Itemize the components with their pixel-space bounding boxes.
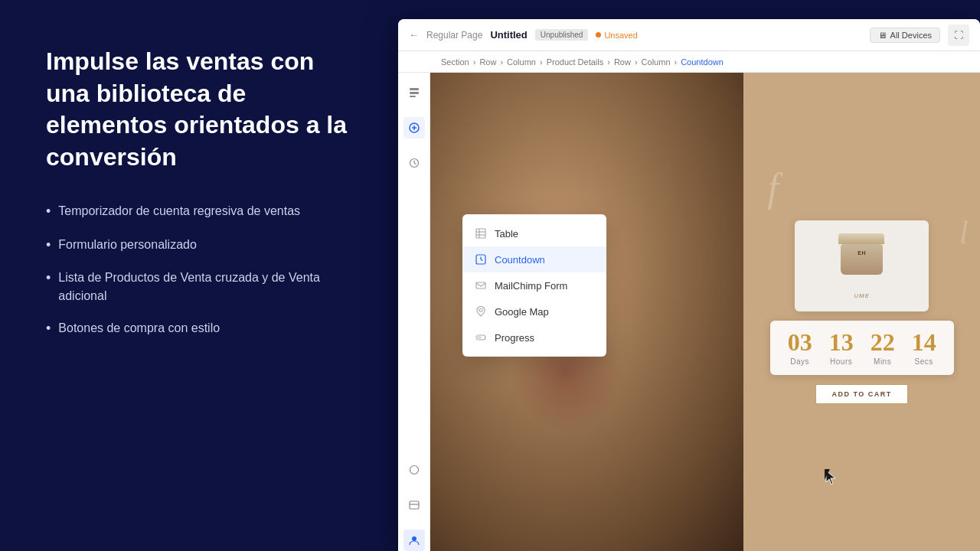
menu-label-table: Table — [495, 228, 518, 240]
menu-item-google-map[interactable]: Google Map — [462, 298, 606, 324]
hours-number: 13 — [829, 330, 854, 354]
regular-page-label: Regular Page — [426, 30, 482, 41]
breadcrumb-bar: Section › Row › Column › Product Details… — [398, 51, 980, 73]
left-sidebar — [398, 73, 430, 551]
menu-item-progress[interactable]: Progress — [462, 324, 606, 350]
mins-number: 22 — [871, 330, 895, 354]
bullet-item-2: Formulario personalizado — [46, 236, 352, 255]
menu-item-mailchimp[interactable]: MailChimp Form — [462, 272, 606, 298]
jar-body: EH — [841, 244, 883, 275]
svg-rect-23 — [476, 335, 482, 340]
bc-column1: Column — [507, 57, 536, 67]
svg-rect-1 — [410, 92, 419, 94]
sidebar-add-icon[interactable] — [403, 117, 425, 139]
bullet-item-3: Lista de Productos de Venta cruzada y de… — [46, 269, 352, 305]
mouse-cursor — [825, 469, 838, 486]
secs-number: 14 — [912, 330, 936, 354]
days-number: 03 — [788, 330, 812, 354]
progress-icon — [475, 331, 487, 344]
countdown-hours: 13 Hours — [824, 330, 859, 366]
menu-item-table[interactable]: Table — [462, 220, 606, 246]
svg-point-21 — [479, 309, 482, 312]
product-image: EH — [831, 233, 893, 286]
fullscreen-icon[interactable]: ⛶ — [948, 24, 969, 46]
jar-label: EH — [858, 250, 866, 256]
left-panel: Impulse las ventas con una biblioteca de… — [0, 0, 390, 551]
mins-label: Mins — [874, 357, 891, 366]
unsaved-badge: Unsaved — [596, 31, 637, 40]
sidebar-timer-icon[interactable] — [403, 152, 425, 174]
sidebar-bottom-icon-2[interactable] — [403, 494, 425, 516]
menu-label-progress: Progress — [495, 332, 534, 344]
table-icon — [475, 227, 487, 240]
countdown-days: 03 Days — [782, 330, 818, 366]
add-to-cart-button[interactable]: ADD TO CART — [815, 384, 907, 404]
countdown-secs: 14 Secs — [906, 330, 942, 366]
monitor-icon: 🖥 — [878, 31, 887, 40]
days-label: Days — [790, 357, 809, 366]
countdown-widget: 03 Days 13 Hours 22 Mins 14 — [770, 321, 954, 375]
bullet-list: Temporizador de cuenta regresiva de vent… — [46, 202, 352, 338]
map-icon — [475, 305, 487, 318]
bc-row1: Row — [479, 57, 496, 67]
unsaved-dot — [596, 32, 601, 37]
canvas-area: f l EH ume — [430, 73, 980, 551]
page-title: Untitled — [490, 29, 527, 41]
svg-rect-13 — [476, 229, 485, 238]
svg-rect-0 — [410, 88, 419, 90]
bc-product-details: Product Details — [547, 57, 604, 67]
bc-section: Section — [441, 57, 469, 67]
svg-point-12 — [412, 536, 416, 541]
svg-line-8 — [414, 163, 416, 165]
right-panel: ← Regular Page Untitled Unpublished Unsa… — [390, 0, 980, 551]
decorative-text: f — [767, 168, 778, 208]
product-area: f l EH ume — [743, 73, 980, 551]
countdown-mins: 22 Mins — [865, 330, 900, 366]
menu-label-countdown: Countdown — [495, 254, 545, 266]
bc-countdown: Countdown — [681, 57, 724, 67]
bullet-item-4: Botones de compra con estilo — [46, 319, 352, 338]
secs-label: Secs — [915, 357, 933, 366]
bc-row2: Row — [614, 57, 631, 67]
menu-item-countdown[interactable]: Countdown — [462, 246, 606, 272]
svg-line-19 — [481, 259, 483, 261]
hours-label: Hours — [830, 357, 852, 366]
all-devices-button[interactable]: 🖥 All Devices — [870, 28, 940, 43]
timer-icon — [475, 253, 487, 266]
mail-icon — [475, 279, 487, 292]
sidebar-bottom-icon-1[interactable] — [403, 459, 425, 481]
editor-area: f l EH ume — [398, 73, 980, 551]
jar-lid — [838, 233, 884, 244]
sidebar-bottom-icon-3[interactable] — [403, 530, 425, 551]
browser-window: ← Regular Page Untitled Unpublished Unsa… — [398, 19, 980, 551]
svg-point-9 — [410, 466, 418, 474]
back-arrow-icon[interactable]: ← — [409, 29, 419, 41]
menu-label-google-map: Google Map — [495, 306, 549, 318]
svg-rect-20 — [476, 282, 485, 289]
bc-column2: Column — [642, 57, 671, 67]
sidebar-pages-icon[interactable] — [403, 82, 425, 103]
decorative-text-2: l — [959, 217, 969, 249]
bullet-item-1: Temporizador de cuenta regresiva de vent… — [46, 202, 352, 221]
main-headline: Impulse las ventas con una biblioteca de… — [46, 46, 352, 173]
svg-rect-10 — [410, 501, 419, 509]
svg-rect-2 — [410, 96, 416, 97]
dropdown-menu: Table Countdown MailChimp Fo — [462, 214, 606, 357]
unpublished-badge: Unpublished — [535, 29, 589, 41]
product-card: EH ume — [795, 220, 929, 311]
menu-label-mailchimp: MailChimp Form — [495, 280, 567, 292]
product-text: ume — [854, 292, 870, 299]
browser-topbar: ← Regular Page Untitled Unpublished Unsa… — [398, 19, 980, 51]
product-name-label: ume — [854, 292, 870, 299]
